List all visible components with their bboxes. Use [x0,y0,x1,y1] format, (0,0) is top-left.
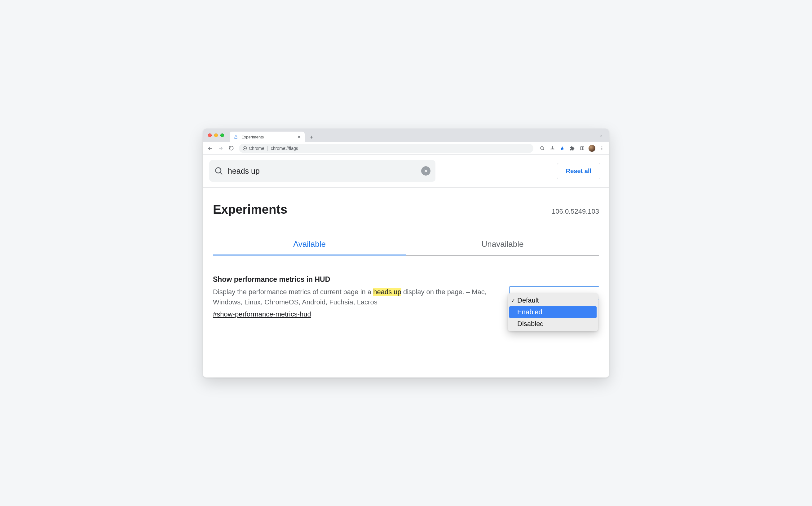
search-box[interactable] [209,160,435,182]
select-option-label: Disabled [517,320,544,328]
section-tabs: Available Unavailable [213,235,599,255]
address-url: chrome://flags [271,146,298,151]
back-button[interactable] [206,144,215,153]
forward-button[interactable] [216,144,225,153]
tab-unavailable[interactable]: Unavailable [406,235,599,255]
svg-marker-9 [560,146,564,150]
check-icon: ✓ [511,298,515,304]
close-tab-icon[interactable]: ✕ [297,135,301,139]
browser-window: Experiments ✕ ＋ Chrome chrome://flags [203,129,609,377]
svg-point-12 [602,147,602,147]
close-window-button[interactable] [208,134,212,137]
flag-anchor-link[interactable]: #show-performance-metrics-hud [213,310,311,318]
address-bar[interactable]: Chrome chrome://flags [239,144,533,153]
browser-toolbar: Chrome chrome://flags [203,142,609,155]
tab-title: Experiments [241,135,294,139]
share-icon[interactable] [547,144,557,153]
svg-line-16 [220,172,222,174]
bookmark-star-icon[interactable] [558,144,567,153]
flag-description: Display the performance metrics of curre… [213,287,491,307]
select-option-label: Enabled [517,308,542,316]
flag-row: Show performance metrics in HUD Display … [203,255,609,331]
clear-search-icon[interactable] [421,166,431,176]
svg-rect-10 [580,147,584,150]
browser-tab[interactable]: Experiments ✕ [230,132,305,142]
page-header: Experiments 106.0.5249.103 [203,188,609,220]
reload-button[interactable] [227,144,236,153]
select-dropdown[interactable]: ✓Default✓Enabled✓Disabled [508,293,598,331]
window-controls [207,129,227,142]
tabs-dropdown-icon[interactable] [597,132,605,140]
select-option-label: Default [517,297,539,304]
site-chip-label: Chrome [249,146,265,151]
page-title: Experiments [213,202,287,217]
new-tab-button[interactable]: ＋ [307,133,316,141]
minimize-window-button[interactable] [214,134,218,137]
reset-all-button[interactable]: Reset all [557,163,600,179]
search-icon [214,166,223,176]
flag-title: Show performance metrics in HUD [213,275,491,284]
svg-line-5 [543,149,544,150]
select-option-disabled[interactable]: ✓Disabled [509,318,597,330]
svg-point-13 [602,148,602,149]
select-option-enabled[interactable]: ✓Enabled [509,306,597,318]
flag-info: Show performance metrics in HUD Display … [213,275,491,318]
svg-point-15 [215,168,221,173]
svg-point-3 [244,147,246,149]
flags-page: Reset all Experiments 106.0.5249.103 Ava… [203,155,609,377]
flag-desc-pre: Display the performance metrics of curre… [213,288,373,296]
extensions-icon[interactable] [568,144,577,153]
select-option-default[interactable]: ✓Default [509,294,597,306]
profile-avatar[interactable] [587,144,597,153]
site-chip: Chrome [243,146,268,151]
chrome-icon [243,146,247,151]
flag-desc-highlight: heads up [373,288,401,296]
maximize-window-button[interactable] [220,134,224,137]
search-input[interactable] [228,167,417,176]
tab-available[interactable]: Available [213,235,406,255]
svg-point-14 [602,149,602,150]
search-bar-row: Reset all [203,155,609,188]
kebab-menu-icon[interactable] [597,144,606,153]
sidepanel-icon[interactable] [577,144,587,153]
toolbar-actions [536,144,606,153]
flag-select[interactable]: ✓Default✓Enabled✓Disabled [509,286,599,300]
tab-strip: Experiments ✕ ＋ [203,129,609,142]
zoom-icon[interactable] [538,144,547,153]
version-label: 106.0.5249.103 [552,207,599,216]
flask-icon [233,135,238,139]
